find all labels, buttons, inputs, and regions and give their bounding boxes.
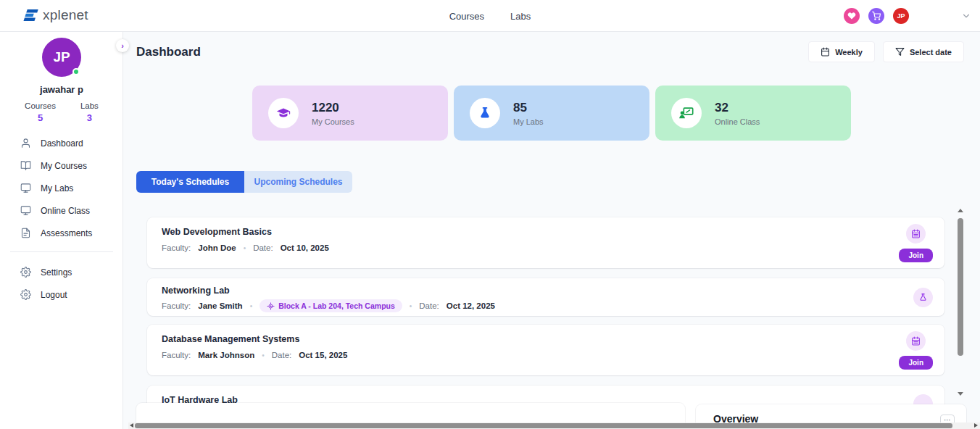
calendar-icon (911, 229, 921, 238)
select-date-button[interactable]: Select date (883, 41, 964, 62)
sidebar-item-label: Dashboard (41, 138, 83, 149)
date-value: Oct 10, 2025 (281, 243, 329, 252)
sidebar-item-label: Assessments (41, 228, 92, 238)
weekly-button-label: Weekly (835, 48, 863, 57)
brand-logo[interactable]: xplenet (23, 7, 88, 23)
gear-icon (20, 289, 31, 300)
sidebar-item-label: My Courses (41, 161, 87, 171)
chevron-down-icon (961, 11, 971, 21)
flask-icon (918, 293, 928, 302)
labs-stat-label: Labs (80, 101, 99, 110)
top-navbar: xplenet Courses Labs JP (0, 0, 980, 32)
sidebar-item-label: My Labs (41, 183, 73, 193)
meta-separator: • (410, 302, 412, 310)
schedule-type-badge (913, 288, 933, 307)
vertical-scrollbar[interactable] (956, 207, 965, 397)
schedule-title: Web Development Basics (162, 227, 272, 237)
document-icon (20, 228, 31, 238)
sidebar-item-dashboard[interactable]: Dashboard (0, 132, 123, 154)
location-badge[interactable]: Block A - Lab 204, Tech Campus (259, 299, 402, 312)
main-nav: Courses Labs (449, 0, 531, 32)
sidebar-stats: Courses 5 Labs 3 (0, 101, 123, 123)
faculty-name: Jane Smith (198, 301, 242, 310)
schedule-card: Web Development Basics Faculty: John Doe… (147, 217, 944, 268)
meta-separator: • (262, 351, 265, 359)
dashboard-screen: xplenet Courses Labs JP › JP (0, 0, 980, 429)
location-text: Block A - Lab 204, Tech Campus (278, 301, 395, 310)
navbar-avatar[interactable]: JP (893, 8, 909, 24)
faculty-name: Mark Johnson (198, 351, 254, 359)
calendar-icon (911, 336, 921, 346)
sidebar-stat-courses: Courses 5 (25, 101, 56, 123)
sidebar-collapse-button[interactable]: › (116, 39, 129, 52)
person-icon (20, 138, 31, 149)
sidebar-item-label: Settings (41, 267, 72, 278)
stats-card-online-class: 32 Online Class (655, 86, 851, 141)
meta-separator: • (250, 302, 253, 310)
faculty-name: John Doe (198, 243, 236, 252)
vertical-scroll-thumb[interactable] (958, 218, 963, 356)
cart-button[interactable] (868, 8, 884, 24)
brand-logo-icon (23, 9, 41, 22)
page-title: Dashboard (136, 45, 201, 59)
sidebar-item-my-labs[interactable]: My Labs (0, 177, 123, 199)
profile-menu-toggle[interactable] (961, 11, 971, 21)
heart-icon (847, 12, 856, 20)
sidebar-item-logout[interactable]: Logout (0, 283, 123, 306)
courses-stat-label: Courses (25, 101, 56, 110)
sidebar-stat-labs: Labs 3 (80, 101, 99, 123)
calendar-icon (821, 47, 830, 57)
scroll-right-arrow-icon[interactable] (974, 423, 978, 428)
tab-upcoming-schedules[interactable]: Upcoming Schedules (244, 171, 352, 193)
cart-icon (872, 12, 881, 20)
stats-card-my-labs: 85 My Labs (454, 86, 649, 141)
stat-label: Online Class (715, 117, 760, 126)
flask-icon (478, 106, 492, 120)
sidebar-item-label: Online Class (41, 206, 90, 216)
brand-name: xplenet (43, 7, 88, 23)
join-button[interactable]: Join (899, 356, 933, 370)
stat-value: 1220 (312, 101, 354, 115)
graduation-cap-icon (275, 105, 291, 121)
tab-todays-schedules[interactable]: Today's Schedules (136, 171, 244, 193)
weekly-button[interactable]: Weekly (808, 41, 875, 62)
schedule-card: Database Management Systems Faculty: Mar… (147, 325, 944, 375)
join-button[interactable]: Join (899, 249, 933, 262)
horizontal-scroll-thumb[interactable] (135, 423, 952, 428)
nav-item-labs[interactable]: Labs (510, 11, 531, 22)
favorites-button[interactable] (844, 8, 860, 24)
gear-icon (20, 267, 31, 278)
meta-separator: • (244, 244, 246, 252)
sidebar-item-online-class[interactable]: Online Class (0, 199, 123, 222)
faculty-label: Faculty: (162, 243, 191, 252)
sidebar-item-settings[interactable]: Settings (0, 261, 123, 283)
scroll-up-arrow-icon[interactable] (958, 209, 963, 212)
sidebar-item-assessments[interactable]: Assessments (0, 222, 123, 244)
stat-label: My Labs (513, 117, 544, 126)
sidebar-item-my-courses[interactable]: My Courses (0, 154, 123, 177)
book-icon (20, 160, 31, 171)
horizontal-scrollbar[interactable] (128, 422, 980, 429)
nav-item-courses[interactable]: Courses (449, 11, 484, 22)
schedule-tabs: Today's Schedules Upcoming Schedules (136, 171, 352, 193)
schedule-title: Database Management Systems (162, 334, 299, 344)
online-class-icon (678, 105, 694, 121)
scroll-left-arrow-icon[interactable] (130, 423, 133, 428)
monitor-icon (20, 205, 31, 216)
user-name: jawahar p (0, 84, 123, 95)
sidebar-footer-menu: Settings Logout (0, 261, 123, 306)
chevron-right-icon: › (121, 41, 124, 50)
scroll-down-arrow-icon[interactable] (958, 392, 963, 396)
schedule-type-badge (906, 224, 926, 243)
date-value: Oct 12, 2025 (447, 301, 495, 310)
header-actions: Weekly Select date (808, 41, 964, 62)
location-icon (267, 302, 275, 310)
schedule-card: Networking Lab Faculty: Jane Smith • Blo… (147, 278, 944, 316)
online-status-dot (72, 68, 80, 75)
labs-stat-value: 3 (80, 112, 99, 123)
sidebar-menu: Dashboard My Courses My Labs Online Clas… (0, 132, 123, 244)
sidebar-item-label: Logout (41, 290, 67, 300)
stat-value: 85 (513, 101, 544, 115)
sidebar: › JP jawahar p Courses 5 Labs 3 Dashboar… (0, 32, 123, 429)
date-label: Date: (253, 243, 273, 252)
